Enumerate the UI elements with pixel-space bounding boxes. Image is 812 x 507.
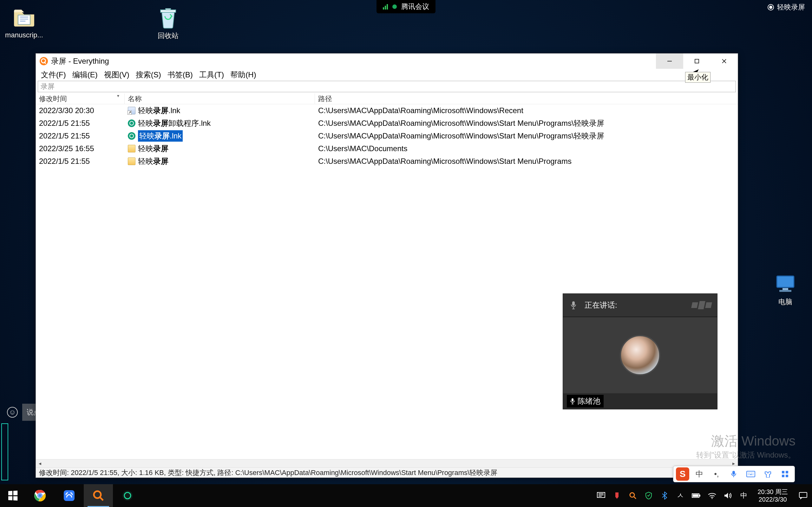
column-path[interactable]: 路径 xyxy=(315,94,738,104)
screen-recorder-badge[interactable]: 轻映录屏 xyxy=(768,3,805,12)
cell-name: 轻映录屏 xyxy=(125,156,315,166)
menu-edit[interactable]: 编辑(E) xyxy=(70,68,100,81)
menu-help[interactable]: 帮助(H) xyxy=(228,68,258,81)
cell-date: 2022/3/25 16:55 xyxy=(36,144,125,153)
result-row[interactable]: 2022/3/30 20:30轻映录屏.lnkC:\Users\MAC\AppD… xyxy=(36,104,738,117)
menu-bookmarks[interactable]: 书签(B) xyxy=(165,68,195,81)
minimize-tooltip: 最小化 xyxy=(685,72,711,83)
taskbar-chrome[interactable] xyxy=(26,484,55,507)
scroll-left-icon[interactable]: ◂ xyxy=(36,459,44,467)
svg-point-19 xyxy=(94,491,101,498)
ime-punct-icon[interactable]: •, xyxy=(710,468,723,481)
taskbar-clock[interactable]: 20:30 周三 2022/3/30 xyxy=(752,488,793,503)
microphone-icon[interactable] xyxy=(569,300,578,310)
window-title: 录屏 - Everything xyxy=(51,56,109,66)
taskbar-tencent-meeting[interactable] xyxy=(55,484,84,507)
menu-file[interactable]: 文件(F) xyxy=(38,68,68,81)
taskbar-recorder-app[interactable] xyxy=(113,484,142,507)
cell-date: 2022/1/5 21:55 xyxy=(36,119,125,128)
svg-rect-11 xyxy=(786,471,788,473)
app-icon xyxy=(128,132,136,140)
column-name[interactable]: 名称 xyxy=(125,94,315,104)
svg-point-23 xyxy=(630,493,635,497)
meeting-top-bar[interactable]: 腾讯会议 xyxy=(376,0,436,13)
tray-overflow-icon[interactable]: ㅅ xyxy=(673,484,688,507)
cell-name: 轻映录屏.lnk xyxy=(125,130,315,142)
cell-path: C:\Users\MAC\Documents xyxy=(315,144,738,153)
result-row[interactable]: 2022/3/25 16:55轻映录屏C:\Users\MAC\Document… xyxy=(36,142,738,155)
video-header: 正在讲话: xyxy=(563,294,717,317)
maximize-button[interactable] xyxy=(683,54,711,69)
participant-avatar xyxy=(620,335,660,376)
video-meeting-panel[interactable]: 正在讲话: 陈绪池 xyxy=(563,293,717,409)
svg-rect-10 xyxy=(782,471,784,473)
column-date-modified[interactable]: 修改时间▾ xyxy=(36,94,125,104)
desktop-icon-this-pc[interactable]: 电脑 xyxy=(763,273,808,307)
system-tray: ㅅ 中 20:30 周三 2022/3/30 xyxy=(594,484,812,507)
tray-volume-icon[interactable] xyxy=(721,484,735,507)
close-button[interactable] xyxy=(711,54,738,69)
tray-bluetooth-icon[interactable] xyxy=(657,484,672,507)
svg-rect-5 xyxy=(695,59,699,63)
recording-dot-icon xyxy=(392,4,397,9)
horizontal-scrollbar[interactable]: ◂ ▸ xyxy=(36,459,738,467)
result-row[interactable]: 2022/1/5 21:55轻映录屏.lnkC:\Users\MAC\AppDa… xyxy=(36,130,738,142)
tray-task-view-icon[interactable] xyxy=(594,484,608,507)
title-bar[interactable]: 录屏 - Everything xyxy=(36,54,738,69)
svg-rect-3 xyxy=(782,288,788,290)
svg-rect-7 xyxy=(571,398,573,401)
menu-tools[interactable]: 工具(T) xyxy=(197,68,227,81)
ime-lang-toggle[interactable]: 中 xyxy=(693,468,706,481)
ime-toolbar[interactable]: S 中 •, xyxy=(673,466,795,482)
status-bar: 修改时间: 2022/1/5 21:55, 大小: 1.16 KB, 类型: 快… xyxy=(36,467,738,477)
everything-app-icon xyxy=(40,57,48,65)
tray-recorder-icon[interactable] xyxy=(610,484,624,507)
ime-voice-icon[interactable] xyxy=(727,468,741,481)
search-input[interactable] xyxy=(38,81,735,92)
ime-skin-icon[interactable] xyxy=(761,468,775,481)
svg-rect-12 xyxy=(782,475,784,477)
action-center-button[interactable] xyxy=(794,492,812,499)
svg-rect-28 xyxy=(799,493,807,498)
cell-name: 轻映录屏.lnk xyxy=(125,106,315,116)
ime-keyboard-icon[interactable] xyxy=(744,468,758,481)
start-button[interactable] xyxy=(0,484,26,507)
tray-wifi-icon[interactable] xyxy=(705,484,719,507)
taskbar-everything[interactable] xyxy=(84,484,113,507)
svg-point-27 xyxy=(712,498,713,499)
menu-search[interactable]: 搜索(S) xyxy=(133,68,164,81)
tray-ime-lang[interactable]: 中 xyxy=(737,484,751,507)
cell-path: C:\Users\MAC\AppData\Roaming\Microsoft\W… xyxy=(315,106,738,115)
app-icon xyxy=(128,119,136,127)
tray-search-icon[interactable] xyxy=(625,484,640,507)
audio-wave-icon xyxy=(692,301,711,309)
recycle-bin-icon xyxy=(157,6,180,29)
meeting-label: 腾讯会议 xyxy=(401,2,429,11)
cell-date: 2022/3/30 20:30 xyxy=(36,106,125,115)
video-footer: 陈绪池 xyxy=(563,393,717,409)
shortcut-icon xyxy=(128,107,136,114)
svg-rect-13 xyxy=(786,475,788,477)
desktop-icon-label: 电脑 xyxy=(778,297,792,307)
ime-toolbox-icon[interactable] xyxy=(778,468,792,481)
emoji-icon[interactable]: ☺ xyxy=(7,407,18,418)
menu-view[interactable]: 视图(V) xyxy=(101,68,132,81)
computer-icon xyxy=(774,273,797,295)
svg-rect-9 xyxy=(747,471,755,477)
menu-bar: 文件(F) 编辑(E) 视图(V) 搜索(S) 书签(B) 工具(T) 帮助(H… xyxy=(36,69,738,81)
desktop-icon-recycle-bin[interactable]: 回收站 xyxy=(146,6,190,41)
result-row[interactable]: 2022/1/5 21:55轻映录屏C:\Users\MAC\AppData\R… xyxy=(36,155,738,168)
sort-desc-icon: ▾ xyxy=(117,93,119,98)
activation-watermark: 激活 Windows 转到"设置"以激活 Windows。 xyxy=(696,432,796,460)
scroll-track[interactable] xyxy=(44,459,729,467)
svg-rect-0 xyxy=(18,15,30,25)
tray-power-icon[interactable] xyxy=(689,484,704,507)
sogou-ime-icon[interactable]: S xyxy=(676,467,689,481)
performance-gauge xyxy=(1,424,8,481)
result-row[interactable]: 2022/1/5 21:55轻映录屏卸载程序.lnkC:\Users\MAC\A… xyxy=(36,117,738,130)
tray-security-icon[interactable] xyxy=(641,484,656,507)
cell-name: 轻映录屏 xyxy=(125,144,315,154)
desktop-icon-manuscript[interactable]: manuscrip... xyxy=(2,6,46,39)
signal-bars-icon xyxy=(383,4,388,9)
minimize-button[interactable] xyxy=(656,54,683,69)
